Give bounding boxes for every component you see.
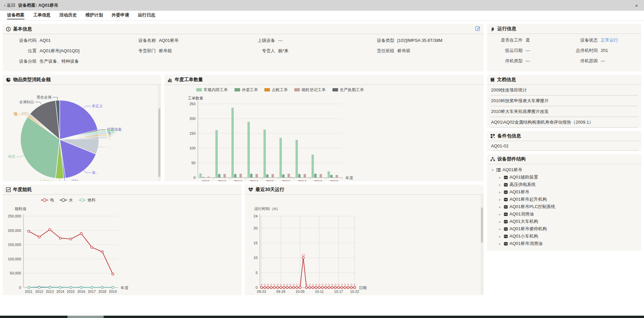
legend-label[interactable]: 电 — [50, 198, 54, 202]
bar[interactable] — [279, 138, 282, 178]
legend-label[interactable]: 点检工单 — [272, 87, 288, 92]
data-point[interactable] — [49, 287, 51, 289]
tree-node[interactable]: ▸AQ01桥吊俯仰机构 — [492, 225, 638, 233]
bar[interactable] — [336, 175, 338, 178]
bar[interactable] — [223, 174, 226, 178]
legend-swatch[interactable] — [196, 88, 202, 91]
tree-node[interactable]: ▸AQ01桥吊润滑油 — [492, 240, 638, 247]
tab-1[interactable]: 工单信息 — [29, 10, 55, 20]
legend-label[interactable]: 外委工单 — [242, 87, 258, 92]
data-point[interactable] — [321, 287, 323, 289]
edit-icon[interactable] — [475, 26, 480, 32]
data-point[interactable] — [296, 287, 298, 289]
data-point[interactable] — [283, 287, 285, 289]
data-point[interactable] — [267, 287, 269, 289]
list-item[interactable]: 2010桥大车夹轮器摩擦片改造 — [490, 106, 638, 117]
data-point[interactable] — [350, 287, 352, 289]
legend-label[interactable]: 能耗登记工单 — [302, 87, 326, 92]
caret-right-icon[interactable]: ▸ — [499, 183, 504, 187]
tree-node[interactable]: ▸AQ01小车机构 — [492, 233, 638, 240]
data-point[interactable] — [28, 230, 30, 232]
data-point[interactable] — [337, 287, 339, 289]
data-point[interactable] — [38, 236, 40, 238]
tree-node[interactable]: ▸AQ01桥吊起升机构 — [492, 196, 638, 203]
data-point[interactable] — [112, 273, 114, 275]
data-point[interactable] — [101, 251, 103, 253]
data-point[interactable] — [292, 287, 294, 289]
bar[interactable] — [296, 140, 298, 178]
data-point[interactable] — [315, 287, 317, 289]
workorder-bar-chart[interactable]: 常规内部工单外委工单点检工单能耗登记工单生产执勤工单工单数量0501001502… — [164, 85, 483, 181]
legend-swatch[interactable] — [264, 88, 270, 91]
caret-right-icon[interactable]: ▸ — [499, 220, 504, 224]
data-point[interactable] — [70, 238, 72, 240]
data-point[interactable] — [91, 246, 93, 248]
tab-3[interactable]: 维护计划 — [81, 10, 107, 20]
data-point[interactable] — [325, 287, 327, 289]
legend-swatch[interactable] — [294, 88, 300, 91]
data-point[interactable] — [91, 287, 93, 289]
caret-right-icon[interactable]: ▸ — [499, 205, 504, 209]
data-point[interactable] — [318, 287, 320, 289]
tree-node[interactable]: ▸高压供电系统 — [492, 181, 638, 188]
caret-right-icon[interactable]: ▸ — [499, 212, 504, 216]
data-point[interactable] — [28, 287, 30, 289]
data-point[interactable] — [112, 287, 114, 289]
bar[interactable] — [234, 174, 236, 178]
tree-node[interactable]: ▸AQ01大车机构 — [492, 218, 638, 225]
tree-root[interactable]: ▾AQ01桥吊 — [492, 166, 638, 174]
data-point[interactable] — [261, 287, 263, 289]
bar[interactable] — [287, 174, 290, 178]
bar[interactable] — [199, 174, 202, 178]
bar[interactable] — [330, 175, 333, 178]
list-item[interactable]: AQ01-02 — [490, 141, 638, 151]
bar[interactable] — [282, 174, 284, 178]
data-point[interactable] — [264, 287, 266, 289]
bar[interactable] — [266, 174, 269, 178]
data-point[interactable] — [312, 287, 314, 289]
tree-node[interactable]: ▸AQ01辅助装置 — [492, 174, 638, 181]
bar[interactable] — [290, 177, 292, 178]
tab-0[interactable]: 设备档案 — [3, 10, 29, 20]
tree-node[interactable]: ▸AQ01润滑油 — [492, 210, 638, 218]
list-item[interactable]: 2010科技奖申报表大车摩擦片 — [490, 96, 638, 106]
tab-5[interactable]: 运行日志 — [133, 10, 160, 20]
last30-line-chart[interactable]: 运行时间（H）051015202409-2309-2910-0510-1110-… — [245, 195, 480, 295]
caret-right-icon[interactable]: ▸ — [499, 190, 504, 194]
data-point[interactable] — [347, 287, 349, 289]
caret-right-icon[interactable]: ▸ — [499, 176, 504, 179]
bar[interactable] — [304, 174, 306, 178]
last30-scrollbar[interactable] — [481, 195, 483, 295]
legend-marker[interactable] — [81, 199, 84, 202]
data-point[interactable] — [280, 287, 282, 289]
close-icon[interactable]: × — [633, 3, 640, 8]
bar[interactable] — [256, 174, 258, 178]
data-point[interactable] — [331, 287, 333, 289]
legend-swatch[interactable] — [234, 88, 240, 91]
data-point[interactable] — [302, 257, 304, 259]
bar[interactable] — [320, 174, 322, 178]
legend-marker[interactable] — [43, 199, 46, 202]
pie-scrollbar[interactable] — [158, 85, 161, 181]
data-point[interactable] — [49, 229, 51, 231]
consumption-pie-chart[interactable]: 未定义仪器仪表办公化工..地..安..工...........港..燃料电工器材… — [3, 85, 156, 181]
data-point[interactable] — [38, 287, 40, 289]
data-point[interactable] — [101, 287, 103, 289]
status-link[interactable]: 正常运行 — [601, 37, 618, 43]
bar[interactable] — [272, 174, 274, 178]
bar[interactable] — [250, 174, 253, 178]
data-point[interactable] — [59, 237, 61, 239]
tab-4[interactable]: 外委申请 — [107, 10, 133, 20]
caret-right-icon[interactable]: ▸ — [499, 242, 504, 246]
list-item[interactable]: AQ01\AQ02金属结构检测机寿命评估报告（2009.1） — [490, 117, 638, 128]
data-point[interactable] — [286, 287, 288, 289]
legend-label[interactable]: 水 — [69, 198, 73, 202]
tab-2[interactable]: 活动历史 — [55, 10, 81, 20]
data-point[interactable] — [344, 287, 346, 289]
data-point[interactable] — [80, 233, 82, 235]
energy-line-chart[interactable]: 电水燃料能耗值050,000100,000150,000200,000250,0… — [3, 195, 237, 295]
line-series[interactable] — [29, 230, 113, 274]
data-point[interactable] — [59, 287, 61, 289]
bar[interactable] — [202, 177, 204, 178]
legend-swatch[interactable] — [332, 88, 338, 91]
